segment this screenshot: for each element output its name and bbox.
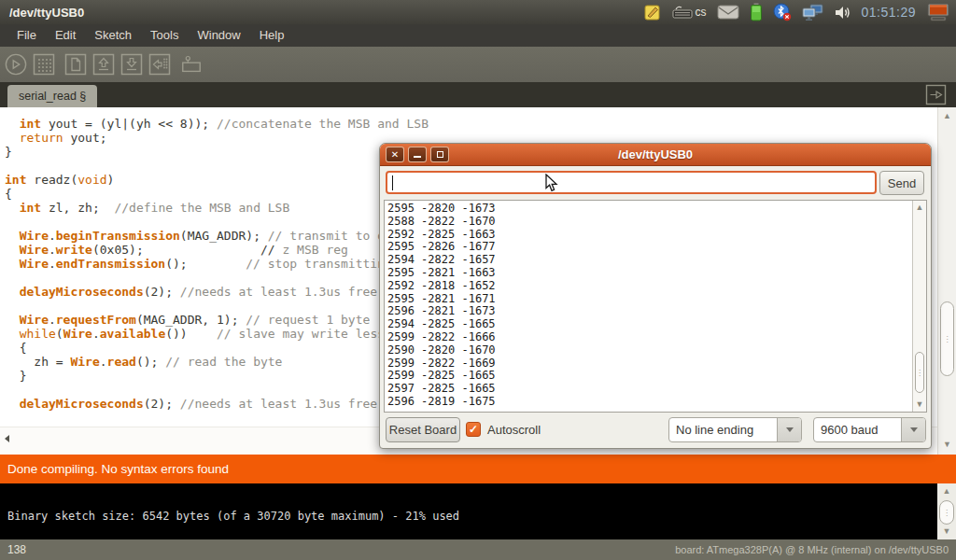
open-sketch-button[interactable]	[92, 53, 115, 76]
clock[interactable]: 01:51:29	[862, 5, 917, 20]
scroll-left-icon[interactable]	[5, 435, 9, 442]
scroll-down-icon[interactable]: ▼	[913, 400, 926, 409]
maximize-icon[interactable]	[430, 147, 449, 162]
serial-output-box[interactable]: 2595 -2820 -16732588 -2822 -16702592 -28…	[384, 200, 927, 413]
new-sketch-button[interactable]	[64, 53, 87, 76]
line-ending-value: No line ending	[669, 418, 777, 441]
scroll-down-icon[interactable]: ▼	[937, 527, 956, 536]
menu-help[interactable]: Help	[250, 24, 294, 47]
baud-rate-dropdown[interactable]: 9600 baud	[813, 417, 926, 442]
window-title: /dev/ttyUSB0	[0, 6, 84, 20]
compile-status-bar: Done compiling. No syntax errors found	[0, 455, 956, 483]
chevron-down-icon[interactable]	[901, 418, 925, 441]
serial-line: 2595 -2821 -1671	[387, 293, 912, 306]
tab-menu-icon[interactable]	[925, 84, 947, 109]
bluetooth-icon[interactable]	[773, 3, 792, 21]
serial-line: 2595 -2821 -1663	[387, 267, 912, 280]
code-line: int yout = (yl|(yh << 8)); //concatenate…	[5, 117, 937, 131]
chevron-down-icon[interactable]	[777, 418, 801, 441]
mail-icon[interactable]	[717, 5, 739, 20]
reset-board-label: Reset Board	[389, 423, 457, 437]
console-scrollbar-thumb[interactable]: ⋮	[939, 500, 954, 525]
close-icon[interactable]: ✕	[386, 147, 404, 162]
save-sketch-button[interactable]	[120, 53, 143, 76]
compile-status-message: Done compiling. No syntax errors found	[0, 462, 229, 476]
toolbar	[0, 47, 956, 82]
serial-monitor-button[interactable]	[180, 53, 203, 76]
scroll-down-icon[interactable]: ▼	[938, 441, 956, 449]
serial-line: 2592 -2825 -1663	[387, 229, 912, 242]
tab-serial-read[interactable]: serial_read §	[7, 85, 97, 107]
volume-icon[interactable]	[835, 5, 851, 21]
serial-line: 2599 -2822 -1669	[387, 357, 912, 371]
serial-line: 2594 -2825 -1665	[387, 318, 912, 331]
text-caret	[392, 175, 393, 190]
serial-scrollbar[interactable]: ▲ ⋮ ▼	[912, 201, 926, 412]
board-info: board: ATmega328P(A) @ 8 MHz (internal) …	[675, 544, 949, 555]
line-ending-dropdown[interactable]: No line ending	[668, 417, 802, 442]
autoscroll-checkbox[interactable]: ✓	[466, 422, 481, 437]
tab-bar: serial_read §	[0, 82, 956, 107]
serial-line: 2588 -2822 -1670	[387, 216, 912, 229]
console-output: Binary sketch size: 6542 bytes (of a 307…	[7, 510, 459, 523]
serial-line: 2599 -2822 -1666	[387, 331, 912, 344]
serial-line: 2596 -2821 -1673	[387, 305, 912, 318]
menu-file[interactable]: File	[7, 24, 46, 47]
menu-edit[interactable]: Edit	[46, 24, 85, 47]
menu-bar: FileEditSketchToolsWindowHelp	[0, 24, 956, 47]
status-bar: 138 board: ATmega328P(A) @ 8 MHz (intern…	[0, 539, 956, 560]
editor-vertical-scrollbar[interactable]: ▲ ⋮ ▼	[937, 107, 956, 455]
serial-monitor-controls: Reset Board ✓ Autoscroll No line ending …	[380, 413, 931, 448]
serial-send-row: Send	[380, 166, 931, 200]
menu-window[interactable]: Window	[188, 24, 249, 47]
serial-line: 2599 -2825 -1665	[387, 370, 912, 383]
console-vertical-scrollbar[interactable]: ▲ ⋮ ▼	[937, 483, 956, 539]
serial-output-text: 2595 -2820 -16732588 -2822 -16702592 -28…	[385, 201, 912, 412]
baud-rate-value: 9600 baud	[814, 418, 901, 441]
serial-monitor-titlebar[interactable]: /dev/ttyUSB0 ✕	[380, 144, 931, 166]
serial-line: 2597 -2825 -1665	[387, 383, 912, 396]
reset-board-button[interactable]: Reset Board	[386, 417, 460, 442]
scroll-up-icon[interactable]: ▲	[938, 112, 956, 120]
menu-tools[interactable]: Tools	[141, 24, 188, 47]
tab-label: serial_read §	[19, 90, 86, 103]
serial-line: 2595 -2820 -1673	[387, 203, 912, 216]
battery-icon[interactable]	[750, 3, 763, 21]
serial-input[interactable]	[386, 171, 877, 194]
note-icon[interactable]	[644, 4, 662, 21]
serial-line: 2590 -2820 -1670	[387, 344, 912, 357]
verify-button[interactable]	[5, 53, 27, 76]
build-console: Binary sketch size: 6542 bytes (of a 307…	[0, 483, 956, 539]
session-monitor-icon[interactable]	[926, 3, 950, 22]
network-icon[interactable]	[802, 4, 824, 21]
autoscroll-label: Autoscroll	[487, 423, 541, 437]
send-button-label: Send	[888, 176, 916, 190]
scroll-up-icon[interactable]: ▲	[913, 203, 926, 212]
serial-line: 2596 -2819 -1675	[387, 396, 912, 409]
serial-line: 2594 -2822 -1657	[387, 254, 912, 267]
top-panel: /dev/ttyUSB0 cs 01:5	[0, 0, 956, 24]
menu-sketch[interactable]: Sketch	[85, 24, 141, 47]
keyboard-layout-label: cs	[696, 6, 707, 19]
scroll-up-icon[interactable]: ▲	[937, 487, 956, 496]
desktop: /dev/ttyUSB0 cs 01:5	[0, 0, 956, 560]
system-tray: cs 01:51:29	[644, 0, 955, 24]
serial-line: 2592 -2818 -1652	[387, 280, 912, 293]
minimize-icon[interactable]	[408, 147, 427, 162]
send-button[interactable]: Send	[879, 171, 924, 195]
serial-line: 2595 -2826 -1677	[387, 241, 912, 254]
upload-button[interactable]	[148, 53, 171, 76]
serial-scrollbar-thumb[interactable]: ⋮	[915, 352, 924, 393]
window-controls: ✕	[386, 147, 449, 162]
mouse-cursor	[545, 174, 558, 196]
serial-monitor-title: /dev/ttyUSB0	[380, 144, 931, 166]
serial-monitor-window: /dev/ttyUSB0 ✕ Send 2595 -2820 -16732588…	[379, 143, 932, 449]
stop-button[interactable]	[33, 53, 55, 76]
keyboard-layout-icon[interactable]: cs	[672, 6, 707, 19]
line-number: 138	[7, 543, 26, 556]
editor-scrollbar-thumb[interactable]: ⋮	[940, 301, 954, 376]
